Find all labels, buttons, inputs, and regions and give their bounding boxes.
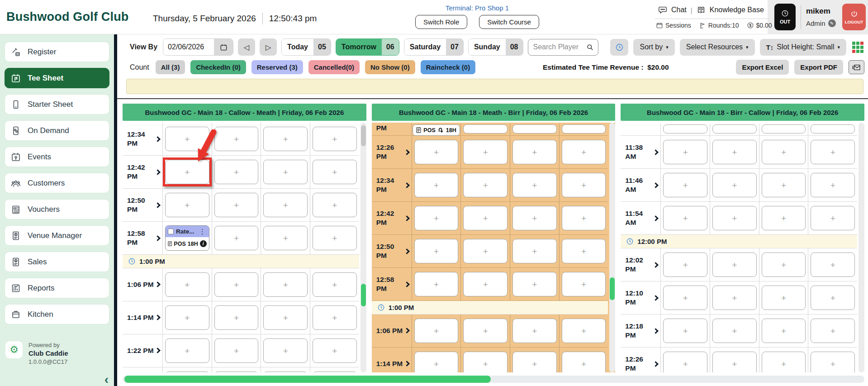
tee-slot-add-button[interactable]: +	[165, 127, 209, 151]
calendar-button[interactable]	[214, 39, 233, 55]
tee-slot-add-button[interactable]: +	[263, 160, 308, 184]
tee-slot-add-button[interactable]: +	[811, 206, 855, 230]
filter-chip-checkedin[interactable]: CheckedIn (0)	[190, 60, 246, 74]
tee-slot-add-button[interactable]: +	[562, 319, 606, 343]
tee-slot-add-button[interactable]: +	[712, 206, 757, 230]
tee-slot-add-button[interactable]: +	[214, 272, 259, 297]
time-row-chevron-button[interactable]	[155, 202, 161, 208]
sidebar-collapse-button[interactable]: ‹	[104, 373, 109, 386]
tee-slot-add-button[interactable]: +	[463, 206, 508, 230]
tee-slot-add-button[interactable]: +	[414, 173, 459, 197]
tee-slot-add-button[interactable]: +	[463, 352, 508, 372]
search-player-input[interactable]	[533, 43, 583, 51]
tee-slot-add-button[interactable]: +	[463, 140, 508, 164]
time-row-chevron-button[interactable]	[404, 281, 410, 287]
tee-slot-add-button[interactable]: +	[313, 272, 357, 297]
day-tab-sunday[interactable]: Sunday 08	[468, 38, 523, 56]
tee-slot-add-button[interactable]: +	[165, 160, 209, 184]
time-row-chevron-button[interactable]	[155, 235, 161, 241]
logout-button[interactable]: LOGOUT	[842, 4, 866, 30]
clock-out-button[interactable]: OUT	[774, 4, 796, 30]
sidebar-item-kitchen[interactable]: Kitchen	[5, 304, 109, 324]
tee-slot-add-button[interactable]: +	[762, 206, 806, 230]
time-row-chevron-button[interactable]	[404, 361, 410, 367]
sidebar-item-events[interactable]: Events	[5, 147, 109, 167]
tee-slot-add-button[interactable]: +	[663, 173, 707, 197]
tee-slot-add-button[interactable]: +	[463, 319, 508, 343]
tee-slot-add-button[interactable]: +	[214, 226, 259, 250]
tee-slot-add-button[interactable]: +	[712, 173, 757, 197]
time-row-chevron-button[interactable]	[653, 182, 659, 188]
sidebar-item-vouchers[interactable]: Vouchers	[5, 199, 109, 219]
date-input[interactable]	[163, 39, 214, 55]
tee-slot-add-button[interactable]: +	[762, 319, 806, 343]
rounds-stat[interactable]: Rounds:10	[699, 22, 739, 29]
tee-slot-add-button[interactable]: +	[263, 226, 308, 250]
time-row-chevron-button[interactable]	[404, 182, 410, 188]
tee-slot-add-button[interactable]: +	[663, 140, 707, 164]
tee-slot-add-button[interactable]: +	[512, 239, 557, 263]
slot-height-dropdown[interactable]: T↕ Slot Height: Small ▾	[760, 39, 846, 56]
day-tab-saturday[interactable]: Saturday 07	[404, 38, 464, 56]
tee-slot-add-button[interactable]: +	[712, 286, 757, 310]
booking-card[interactable]: Rate...⋮POS18Hi	[165, 225, 209, 251]
time-row-chevron-button[interactable]	[155, 169, 161, 175]
tee-slot-add-button[interactable]: +	[811, 140, 855, 164]
tee-slot-add-button[interactable]: +	[811, 253, 855, 277]
next-day-button[interactable]: ▷	[260, 38, 277, 56]
day-tab-tomorrow[interactable]: Tomorrow 06	[336, 38, 399, 56]
tee-slot-add-button[interactable]: +	[762, 173, 806, 197]
sidebar-item-tee-sheet[interactable]: Tee Sheet	[5, 68, 109, 88]
tee-slot-add-button[interactable]: +	[263, 272, 308, 297]
tee-slot-add-button[interactable]: +	[214, 305, 259, 330]
select-resources-dropdown[interactable]: Select Resources ▾	[680, 39, 755, 56]
tee-slot-add-button[interactable]: +	[712, 253, 757, 277]
horizontal-scrollbar[interactable]	[123, 376, 864, 383]
tee-slot-add-button[interactable]: +	[663, 286, 707, 310]
tee-slot-add-button[interactable]: +	[512, 206, 557, 230]
time-row-chevron-button[interactable]	[155, 282, 161, 288]
tee-slot-add-button[interactable]: +	[663, 253, 707, 277]
tee-slot-add-button[interactable]: +	[663, 319, 707, 343]
scrollbar-track[interactable]	[609, 123, 615, 372]
tee-slot-add-button[interactable]: +	[663, 352, 707, 372]
tee-slot-add-button[interactable]: +	[562, 173, 606, 197]
tee-slot-add-button[interactable]: +	[712, 140, 757, 164]
tee-slot-add-button[interactable]: +	[414, 140, 459, 164]
tee-slot-add-button[interactable]: +	[663, 206, 707, 230]
tee-slot-add-button[interactable]: +	[414, 206, 459, 230]
tee-slot-add-button[interactable]: +	[165, 193, 209, 217]
tee-slot-add-button[interactable]: +	[165, 272, 209, 297]
day-tab-today[interactable]: Today 05	[281, 38, 331, 56]
tee-slot-add-button[interactable]: +	[463, 272, 508, 296]
knowledge-base-link[interactable]: Knowledge Base	[710, 6, 764, 14]
tee-slot-add-button[interactable]: +	[512, 319, 557, 343]
time-row-chevron-button[interactable]	[404, 328, 410, 334]
filter-chip-reserved[interactable]: Reserved (3)	[251, 60, 303, 74]
switch-course-button[interactable]: Switch Course	[479, 15, 539, 29]
sidebar-item-on-demand[interactable]: On Demand	[5, 120, 109, 141]
tee-slot-add-button[interactable]: +	[562, 272, 606, 296]
email-export-button[interactable]	[849, 60, 864, 74]
time-row-chevron-button[interactable]	[653, 262, 659, 268]
scroll-position-indicator[interactable]	[361, 284, 366, 306]
filter-chip-cancelled[interactable]: Cancelled(0)	[308, 60, 360, 74]
prev-day-button[interactable]: ◁	[238, 38, 255, 56]
time-row-chevron-button[interactable]	[155, 136, 161, 142]
tee-slot-add-button[interactable]: +	[562, 140, 606, 164]
tee-slot-add-button[interactable]: +	[762, 286, 806, 310]
tee-slot-add-button[interactable]: +	[263, 372, 308, 372]
filter-chip-noshow[interactable]: No Show (0)	[365, 60, 415, 74]
tee-slot-add-button[interactable]: +	[414, 319, 459, 343]
tee-slot-add-button[interactable]: +	[512, 173, 557, 197]
sidebar-item-register[interactable]: Register	[5, 42, 109, 62]
tee-slot-add-button[interactable]: +	[165, 305, 209, 330]
current-time-button[interactable]	[610, 39, 628, 56]
time-row-chevron-button[interactable]	[653, 328, 659, 334]
booking-menu-button[interactable]: ⋮	[198, 228, 207, 236]
export-pdf-button[interactable]: Export PDF	[794, 60, 843, 75]
edit-profile-icon[interactable]: ✎	[828, 19, 836, 27]
sidebar-item-venue-manager[interactable]: Venue Manager	[5, 225, 109, 246]
tee-slot-add-button[interactable]: +	[313, 305, 357, 330]
pos-booking-chip[interactable]: POS18H	[413, 124, 460, 136]
